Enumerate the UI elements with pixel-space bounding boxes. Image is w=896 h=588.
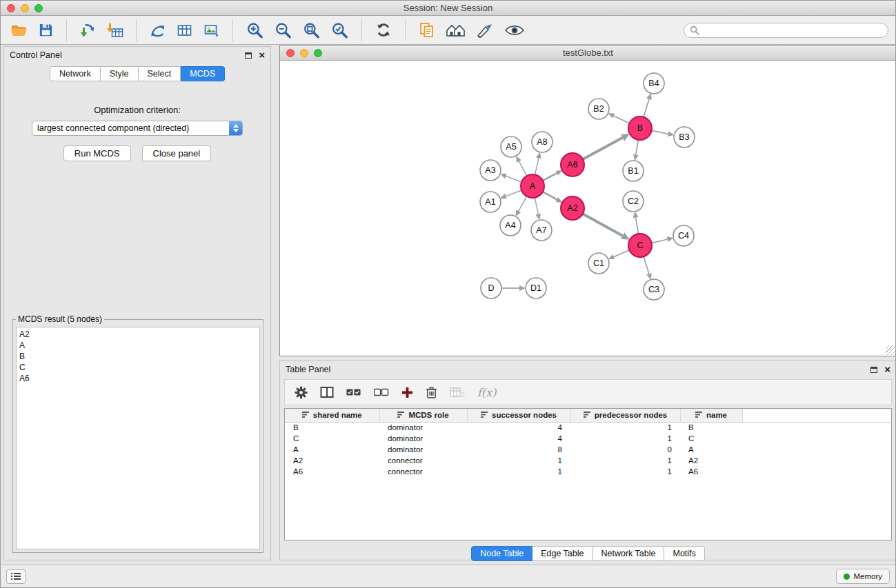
column-header-predecessor-nodes[interactable]: predecessor nodes xyxy=(570,409,680,422)
graph-node-label-A3: A3 xyxy=(485,165,495,175)
graph-edge-C-C4[interactable] xyxy=(652,239,668,243)
memory-button[interactable]: Memory xyxy=(836,569,890,584)
close-panel-icon[interactable]: × xyxy=(884,366,890,373)
column-header-name[interactable]: name xyxy=(680,409,742,422)
graph-edge-A-A7[interactable] xyxy=(535,198,538,214)
tab-network-table[interactable]: Network Table xyxy=(593,546,665,561)
open-session-button[interactable] xyxy=(8,21,31,40)
criterion-value: largest connected component (directed) xyxy=(32,123,229,133)
minimize-window-button[interactable] xyxy=(21,4,29,12)
close-panel-button[interactable]: Close panel xyxy=(142,145,212,161)
zoom-fit-button[interactable] xyxy=(299,20,323,41)
result-item[interactable]: B xyxy=(19,351,257,362)
column-header-successor-nodes[interactable]: successor nodes xyxy=(467,409,570,422)
graph-node-label-B4: B4 xyxy=(648,79,659,88)
graph-edge-B-B4[interactable] xyxy=(644,99,649,117)
result-item[interactable]: C xyxy=(19,362,257,373)
tab-node-table[interactable]: Node Table xyxy=(471,546,532,561)
create-column-button[interactable] xyxy=(401,387,413,398)
apply-layout-button[interactable] xyxy=(372,20,395,40)
zoom-out-button[interactable] xyxy=(271,20,295,41)
graph-edge-A6-B[interactable] xyxy=(583,138,623,159)
criterion-dropdown[interactable]: largest connected component (directed) xyxy=(32,121,243,136)
select-all-columns-button[interactable] xyxy=(346,387,361,398)
search-box xyxy=(684,23,888,38)
graph-edge-A-A2[interactable] xyxy=(543,192,557,199)
delete-column-button[interactable] xyxy=(426,386,437,399)
zoom-out-icon xyxy=(274,21,292,39)
show-columns-button[interactable] xyxy=(320,386,334,398)
tab-style[interactable]: Style xyxy=(101,66,139,81)
result-item[interactable]: A xyxy=(19,340,257,351)
new-table-button[interactable] xyxy=(173,21,196,40)
show-panels-button[interactable] xyxy=(6,569,26,584)
import-network-button[interactable] xyxy=(77,21,99,40)
duplicate-document-button[interactable] xyxy=(415,20,438,40)
main-toolbar xyxy=(1,16,895,45)
mcds-result-list[interactable]: A2 A B C A6 xyxy=(16,327,260,549)
network-canvas[interactable]: AA6A2BCA1A3A4A5A7A8B1B2B3B4C1C2C3C4DD1 xyxy=(280,61,896,356)
graph-node-label-A: A xyxy=(530,181,536,191)
save-session-button[interactable] xyxy=(35,21,57,39)
table-row[interactable]: A2connector 11 A2 xyxy=(285,455,891,466)
table-row[interactable]: Bdominator 41 B xyxy=(285,422,891,433)
export-image-button[interactable] xyxy=(200,21,223,40)
optimization-criterion-label: Optimization criterion: xyxy=(4,105,270,115)
tab-select[interactable]: Select xyxy=(139,66,181,81)
network-view-window: testGlobe.txt AA6A2BCA1A3A4A5A7A8B1B2B3B… xyxy=(279,45,896,356)
graph-edge-A2-C[interactable] xyxy=(583,214,623,236)
unselect-all-columns-button[interactable] xyxy=(374,387,389,398)
tab-network[interactable]: Network xyxy=(50,66,101,81)
graph-edge-A-A5[interactable] xyxy=(519,161,526,176)
node-table[interactable]: shared name MCDS role successor nodes pr… xyxy=(284,408,892,540)
graph-edge-B-B2[interactable] xyxy=(614,116,630,123)
brush-check-icon xyxy=(476,22,495,39)
column-header-shared-name[interactable]: shared name xyxy=(285,409,379,422)
float-panel-icon[interactable] xyxy=(870,367,877,373)
show-graphics-details-button[interactable] xyxy=(501,22,528,39)
tab-motifs[interactable]: Motifs xyxy=(664,546,704,561)
close-panel-icon[interactable]: × xyxy=(259,52,265,59)
graph-edge-A-A6[interactable] xyxy=(543,173,557,181)
column-header-mcds-role[interactable]: MCDS role xyxy=(379,409,467,422)
graph-node-label-B3: B3 xyxy=(679,132,689,142)
search-input[interactable] xyxy=(699,26,882,35)
window-resize-handle[interactable] xyxy=(886,345,895,355)
float-panel-icon[interactable] xyxy=(245,52,252,59)
graph-edge-C-C1[interactable] xyxy=(614,250,629,257)
network-minimize-button[interactable] xyxy=(300,49,308,57)
run-mcds-button[interactable]: Run MCDS xyxy=(63,145,131,161)
graph-edge-C-C2[interactable] xyxy=(636,218,639,234)
graph-edge-A-A1[interactable] xyxy=(506,190,521,196)
network-zoom-button[interactable] xyxy=(314,49,322,57)
delete-table-button[interactable] xyxy=(450,387,465,398)
table-row[interactable]: Adominator 80 A xyxy=(285,444,891,455)
graph-edge-A-A3[interactable] xyxy=(506,176,521,182)
graph-edge-B-B1[interactable] xyxy=(636,140,638,155)
zoom-in-button[interactable] xyxy=(243,20,267,41)
new-network-button[interactable] xyxy=(146,21,169,40)
export-image-icon xyxy=(203,22,220,39)
result-item[interactable]: A6 xyxy=(19,373,257,384)
graph-edge-B-B3[interactable] xyxy=(652,130,668,134)
graph-edge-A-A8[interactable] xyxy=(535,158,539,174)
function-builder-button[interactable]: f(x) xyxy=(477,386,496,399)
table-settings-button[interactable] xyxy=(295,386,308,399)
tab-edge-table[interactable]: Edge Table xyxy=(532,546,593,561)
graph-edge-C-C3[interactable] xyxy=(644,256,649,274)
validate-style-button[interactable] xyxy=(473,21,497,40)
network-graph[interactable]: AA6A2BCA1A3A4A5A7A8B1B2B3B4C1C2C3C4DD1 xyxy=(280,61,896,356)
column-header-filler xyxy=(742,409,891,422)
result-item[interactable]: A2 xyxy=(19,329,257,340)
zoom-window-button[interactable] xyxy=(34,4,43,12)
table-row[interactable]: A6connector 11 A6 xyxy=(285,466,891,477)
zoom-selected-button[interactable] xyxy=(328,20,352,41)
network-close-button[interactable] xyxy=(286,49,295,57)
graph-edge-A-A4[interactable] xyxy=(519,196,527,211)
table-row[interactable]: Cdominator 41 C xyxy=(285,433,891,444)
home-button[interactable] xyxy=(442,21,469,40)
tab-mcds[interactable]: MCDS xyxy=(181,66,225,81)
close-window-button[interactable] xyxy=(7,4,15,12)
import-table-button[interactable] xyxy=(103,21,126,40)
unselect-all-icon xyxy=(374,387,389,398)
